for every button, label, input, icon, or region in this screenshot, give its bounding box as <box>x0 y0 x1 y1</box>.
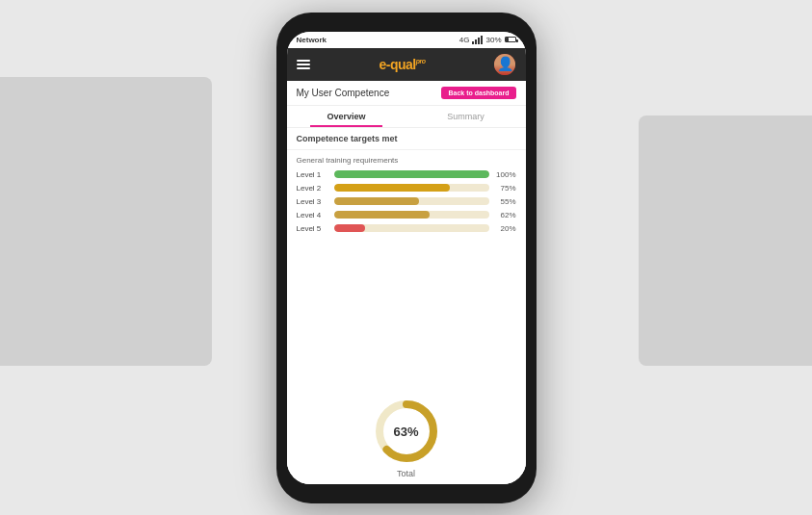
level-label: Level 5 <box>297 224 330 233</box>
bar-fill <box>334 211 431 219</box>
signal-bars-icon <box>472 36 483 44</box>
page-title-bar: My User Competence Back to dashboard <box>287 81 526 106</box>
donut-section: 63% Total <box>287 388 526 484</box>
level-label: Level 3 <box>297 197 330 206</box>
signal-label: 4G <box>459 36 470 44</box>
training-title: General training requirements <box>297 156 516 165</box>
status-bar: Network 4G 30% <box>287 32 526 48</box>
bar-fill <box>334 184 451 192</box>
level-row: Level 5 20% <box>297 224 516 233</box>
bar-track <box>334 170 489 178</box>
main-content: My User Competence Back to dashboard Ove… <box>287 81 526 484</box>
tab-summary[interactable]: Summary <box>406 106 526 127</box>
hamburger-icon[interactable] <box>297 60 310 69</box>
page-title: My User Competence <box>297 88 390 98</box>
levels-list: Level 1 100% Level 2 75% Level 3 55% Lev… <box>297 170 516 233</box>
level-pct: 75% <box>493 184 516 193</box>
battery-pct-label: 30% <box>485 36 501 44</box>
tab-overview[interactable]: Overview <box>287 106 406 127</box>
bg-panel-left <box>0 77 212 366</box>
status-right: 4G 30% <box>459 36 516 44</box>
section-heading: Competence targets met <box>287 128 526 150</box>
training-section: General training requirements Level 1 10… <box>287 150 526 388</box>
bar-track <box>334 197 489 205</box>
level-pct: 62% <box>493 211 516 219</box>
bg-panel-right <box>639 116 812 366</box>
bar-track <box>334 211 489 219</box>
bar-fill <box>334 197 420 205</box>
level-label: Level 1 <box>297 170 330 179</box>
battery-icon <box>505 37 516 42</box>
phone-screen: Network 4G 30% e-qualpro <box>287 32 526 484</box>
level-label: Level 4 <box>297 211 330 219</box>
donut-chart: 63% <box>373 398 440 465</box>
avatar-icon[interactable] <box>494 54 515 75</box>
level-row: Level 3 55% <box>297 197 516 206</box>
app-header: e-qualpro <box>287 48 526 81</box>
level-row: Level 1 100% <box>297 170 516 179</box>
network-label: Network <box>297 36 327 44</box>
donut-total-label: Total <box>397 469 415 478</box>
back-to-dashboard-button[interactable]: Back to dashboard <box>441 87 515 99</box>
bar-track <box>334 184 489 192</box>
bar-track <box>334 224 489 232</box>
level-pct: 100% <box>493 170 516 179</box>
level-row: Level 4 62% <box>297 211 516 219</box>
app-logo: e-qualpro <box>379 57 425 72</box>
bar-fill <box>334 224 365 232</box>
phone-frame: Network 4G 30% e-qualpro <box>276 13 537 503</box>
level-pct: 20% <box>493 224 516 233</box>
tabs-bar: Overview Summary <box>287 106 526 128</box>
level-pct: 55% <box>493 197 516 206</box>
donut-label: 63% <box>393 424 418 438</box>
bar-fill <box>334 170 489 178</box>
level-row: Level 2 75% <box>297 184 516 193</box>
level-label: Level 2 <box>297 184 330 193</box>
